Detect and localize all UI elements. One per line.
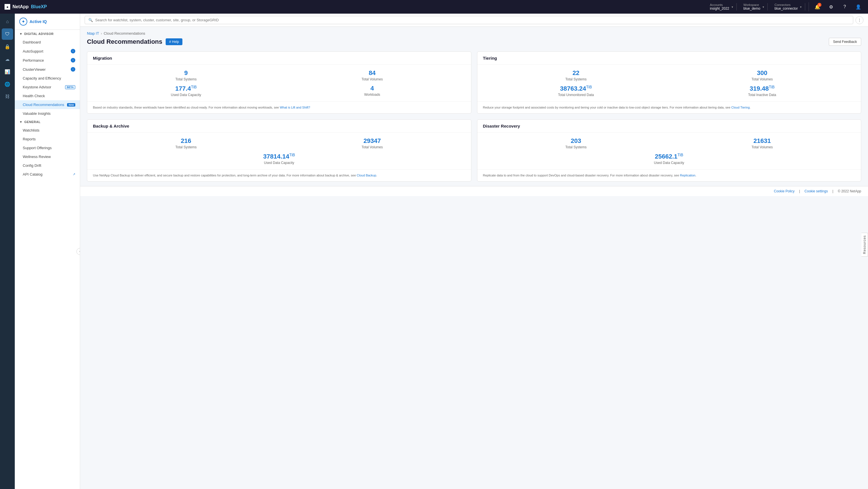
keystone-badge: BETA [65,85,75,89]
disaster-systems-label: Total Systems [483,145,669,149]
global-search[interactable]: 🔍 [85,16,853,24]
tiering-link[interactable]: Cloud Tiering [731,106,750,109]
workspace-group[interactable]: Workspace blue_demo ▾ [740,3,768,10]
sidebar-item-performance[interactable]: Performance i [15,56,80,65]
sidebar-item-support[interactable]: Support Offerings [15,144,80,152]
workspace-label: Workspace [744,3,760,6]
migration-link[interactable]: What is Lift and Shift? [280,106,310,109]
resources-tab[interactable]: Resources [862,233,868,256]
shield-icon-btn[interactable]: 🛡 [2,28,13,40]
top-navigation: ■ NetApp BlueXP Accounts insight_2022 ▾ … [0,0,868,13]
sidebar-item-valuable[interactable]: Valuable Insights [15,109,80,118]
tiering-systems-label: Total Systems [483,77,669,81]
nav-divider [809,2,809,11]
digital-advisor-section[interactable]: ▼ DIGITAL ADVISOR [15,30,80,38]
tiering-unmonitored-label: Total Unmonitored Data [483,93,669,97]
home-icon-btn[interactable]: ⌂ [2,16,13,27]
workspace-value: blue_demo [744,6,760,10]
send-feedback-button[interactable]: Send Feedback [829,38,861,46]
tiering-metrics: 22 Total Systems 300 Total Volumes 38763… [477,65,861,101]
sidebar-item-api[interactable]: API Catalog ↗ [15,170,80,179]
collapse-nav-button[interactable]: ‹ [76,248,80,255]
backup-systems-label: Total Systems [93,145,279,149]
globe-icon-btn[interactable]: 🌐 [2,79,13,90]
external-link-icon: ↗ [73,173,75,176]
backup-description: Use NetApp Cloud Backup to deliver effic… [87,169,471,181]
tiering-volumes-label: Total Volumes [669,77,855,81]
migration-volumes-value: 84 [279,69,465,77]
search-input[interactable] [95,18,849,22]
help-button[interactable]: ? [840,2,850,12]
migration-total-systems: 9 Total Systems [93,69,279,81]
general-section[interactable]: ▼ GENERAL [15,118,80,126]
page-footer: Cookie Policy | Cookie settings | © 2022… [80,186,868,196]
sidebar-item-dashboard[interactable]: Dashboard [15,38,80,47]
migration-total-volumes: 84 Total Volumes [279,69,465,81]
sidebar-item-cloud[interactable]: Cloud Recommendations New [15,100,80,109]
user-button[interactable]: 👤 [853,2,864,12]
general-label: GENERAL [24,120,40,124]
connectors-group[interactable]: Connectors blue_connector ▾ [771,3,805,10]
tiering-total-systems: 22 Total Systems [483,69,669,81]
wellness-label: Wellness Review [23,155,51,159]
backup-card-header: Backup & Archive [87,120,471,133]
sidebar-item-healthcheck[interactable]: Health Check [15,91,80,100]
sidebar-item-capacity[interactable]: Capacity and Efficiency [15,74,80,83]
tiering-systems-value: 22 [483,69,669,77]
active-iq-icon: ✦ [19,18,27,26]
main-layout: ⌂ 🛡 🔒 ☁ 📊 🌐 ⛓ ✦ Active IQ ▼ DIGITAL ADVI… [0,13,868,489]
backup-volumes-value: 29347 [279,137,465,145]
clusterviewer-label: ClusterViewer [23,67,46,71]
reports-label: Reports [23,137,36,141]
cloud-icon-btn[interactable]: ☁ [2,54,13,65]
valuable-label: Valuable Insights [23,112,51,116]
tiering-card-header: Tiering [477,52,861,65]
tiering-volumes-value: 300 [669,69,855,77]
migration-metrics: 9 Total Systems 84 Total Volumes 177.4Ti… [87,65,471,101]
lock-icon-btn[interactable]: 🔒 [2,41,13,52]
migration-data-label: Used Data Capacity [93,93,279,97]
search-options-button[interactable]: ⋮ [856,16,864,24]
app-logo[interactable]: ■ NetApp BlueXP [4,4,47,10]
performance-label: Performance [23,58,44,62]
autosupport-label: AutoSupport [23,49,43,54]
sidebar-item-reports[interactable]: Reports [15,135,80,144]
migration-systems-value: 9 [93,69,279,77]
migration-workloads-value: 4 [279,85,465,92]
cookie-settings-link[interactable]: Cookie settings [805,189,828,193]
disaster-card-header: Disaster Recovery [477,120,861,133]
sidebar-item-wellness[interactable]: Wellness Review [15,152,80,161]
cookie-policy-link[interactable]: Cookie Policy [774,189,795,193]
support-label: Support Offerings [23,146,52,150]
disaster-total-volumes: 21631 Total Volumes [669,137,855,149]
footer-divider2: | [833,189,833,193]
settings-button[interactable]: ⚙ [826,2,836,12]
accounts-group[interactable]: Accounts insight_2022 ▾ [706,3,737,10]
autosupport-badge: i [71,49,75,54]
sidebar-item-keystone[interactable]: Keystone Advisor BETA [15,83,80,91]
sidebar-item-watchlists[interactable]: Watchlists [15,126,80,135]
backup-link[interactable]: Cloud Backup [357,174,376,177]
chart-icon-btn[interactable]: 📊 [2,66,13,77]
disaster-link[interactable]: Replication [680,174,695,177]
cloud-label: Cloud Recommendations [23,102,64,107]
help-button[interactable]: # Help [166,38,182,45]
sidebar-item-config[interactable]: Config Drift [15,161,80,170]
keystone-label: Keystone Advisor [23,85,51,89]
content-area: Ntap IT › Cloud Recommendations Cloud Re… [80,27,868,186]
search-icon: 🔍 [88,18,93,22]
logo-icon: ■ [4,4,10,10]
page-title: Cloud Recommendations [87,38,162,45]
connect-icon-btn[interactable]: ⛓ [2,91,13,102]
migration-data-value: 177.4TiB [93,85,279,92]
breadcrumb: Ntap IT › Cloud Recommendations [87,31,861,35]
sidebar-item-clusterviewer[interactable]: ClusterViewer i [15,65,80,74]
sidebar-item-autosupport[interactable]: AutoSupport i [15,47,80,56]
backup-systems-value: 216 [93,137,279,145]
workspace-chevron-icon: ▾ [763,5,764,8]
breadcrumb-parent[interactable]: Ntap IT [87,31,99,35]
digital-advisor-label: DIGITAL ADVISOR [24,32,54,35]
active-iq-header[interactable]: ✦ Active IQ [15,13,80,30]
migration-description: Based on industry standards, these workl… [87,101,471,113]
notifications-button[interactable]: 🔔 1 [812,2,823,12]
